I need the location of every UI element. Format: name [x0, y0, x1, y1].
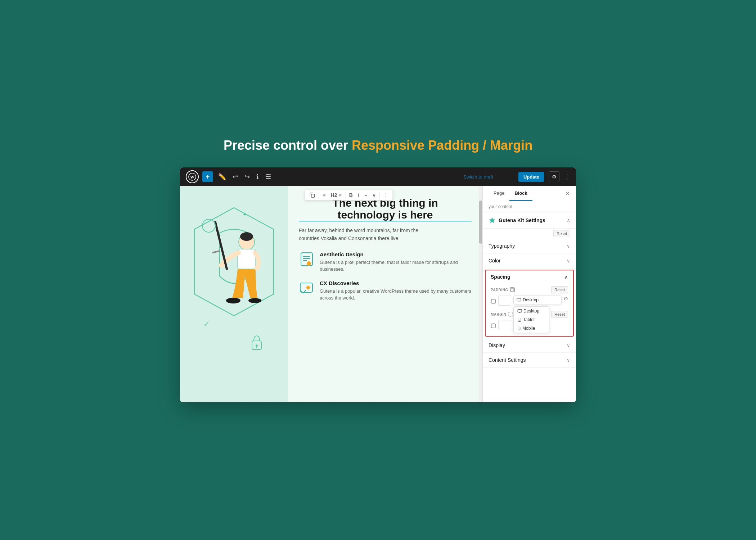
toolbar-divider: [319, 192, 319, 199]
close-sidebar-button[interactable]: ✕: [565, 186, 570, 201]
typography-chevron-icon: ∨: [567, 243, 570, 249]
padding-label: PADDING: [491, 287, 515, 292]
feature2-title: CX Discoveries: [320, 280, 472, 286]
feature2-icon: [299, 280, 315, 296]
svg-point-38: [519, 329, 519, 329]
switch-to-draft-button[interactable]: Switch to draft: [463, 174, 493, 180]
heading-selector[interactable]: H2 ≡: [329, 192, 343, 199]
italic-button[interactable]: I: [356, 192, 361, 199]
add-block-button[interactable]: +: [202, 171, 213, 182]
tablet-option-icon: [517, 318, 522, 322]
spacing-chevron-icon: ∧: [564, 274, 568, 280]
heading-line2: technology is here: [299, 209, 472, 221]
content-settings-chevron-icon: ∨: [567, 357, 570, 363]
canvas-description: Far far away, behind the word mountains,…: [299, 226, 421, 243]
padding-link-icon[interactable]: ⊙: [564, 296, 568, 301]
spacing-content: PADDING Reset ▢: [486, 283, 573, 336]
display-chevron-icon: ∨: [567, 343, 570, 348]
device-option-mobile[interactable]: Mobile: [514, 324, 549, 333]
scrollbar-thumb: [479, 201, 482, 244]
link-button[interactable]: ⌁: [363, 192, 369, 199]
margin-input-field[interactable]: [498, 320, 511, 330]
display-header[interactable]: Display ∨: [483, 338, 576, 352]
illustration-panel: ✦ ✓: [180, 186, 288, 402]
gutena-chevron-icon: ∧: [567, 217, 570, 223]
gutena-reset-button[interactable]: Reset: [553, 230, 570, 237]
undo-icon[interactable]: ↩: [231, 171, 239, 182]
padding-box-glyph: ▢: [491, 297, 496, 304]
tablet-label: Tablet: [523, 317, 535, 322]
block-more-options[interactable]: ⋮: [382, 192, 390, 199]
typography-header[interactable]: Typography ∨: [483, 239, 576, 253]
info-icon[interactable]: ℹ: [255, 171, 260, 182]
svg-rect-32: [518, 309, 522, 312]
align-icon[interactable]: ≡: [321, 192, 327, 199]
content-settings-header[interactable]: Content Settings ∨: [483, 353, 576, 367]
desktop-label: Desktop: [523, 309, 539, 314]
device-dropdown[interactable]: Desktop: [513, 296, 562, 304]
list-icon[interactable]: ☰: [264, 171, 273, 182]
device-option-desktop[interactable]: Desktop: [514, 307, 549, 315]
block-duplicate-button[interactable]: [308, 192, 316, 199]
feature2-desc: Gutena is a popular, creative WordPress …: [320, 288, 472, 302]
more-options-button[interactable]: ⋮: [564, 173, 570, 181]
content-settings-title: Content Settings: [489, 357, 526, 363]
svg-point-11: [226, 298, 240, 303]
svg-rect-28: [511, 288, 514, 291]
sidebar-your-content: your content.: [483, 201, 576, 212]
padding-label-text: PADDING: [491, 288, 508, 292]
margin-box-glyph: ▢: [491, 322, 496, 329]
margin-box-icon: [508, 312, 513, 317]
svg-point-6: [240, 232, 253, 241]
block-toolbar: ≡ H2 ≡ B I ⌁ ∨ ⋮: [305, 190, 393, 201]
canvas-scrollbar[interactable]: [479, 186, 482, 402]
display-title: Display: [489, 342, 505, 348]
typography-section: Typography ∨: [483, 239, 576, 253]
spacing-header[interactable]: Spacing ∧: [486, 270, 573, 283]
bold-button[interactable]: B: [348, 192, 354, 199]
tab-page[interactable]: Page: [489, 186, 509, 201]
svg-rect-39: [508, 312, 513, 316]
feature-item-1: Aesthetic Design Gutena is a pixel perfe…: [299, 251, 472, 273]
canvas-right-content: The next big thing in technology is here…: [288, 186, 482, 402]
content-settings-section: Content Settings ∨: [483, 353, 576, 368]
pencil-icon[interactable]: ✏️: [217, 171, 228, 182]
wp-logo-icon: W: [186, 170, 199, 183]
reset-row: Reset: [483, 229, 576, 239]
canvas-area: ≡ H2 ≡ B I ⌁ ∨ ⋮: [180, 186, 482, 402]
spacing-title: Spacing: [491, 274, 510, 280]
tab-block[interactable]: Block: [509, 186, 532, 201]
preview-button[interactable]: Preview: [498, 174, 514, 180]
sidebar: Page Block ✕ your content. Gutena Kit Se…: [482, 186, 576, 402]
page-main-title: Precise control over Responsive Padding …: [224, 138, 532, 153]
device-option-tablet[interactable]: Tablet: [514, 315, 549, 324]
redo-icon[interactable]: ↪: [243, 171, 251, 182]
padding-input-field[interactable]: [498, 296, 511, 306]
toolbar-divider2: [345, 192, 346, 199]
wp-topbar: W + ✏️ ↩ ↪ ℹ ☰ Switch to draft Preview U…: [180, 167, 576, 186]
feature1-content: Aesthetic Design Gutena is a pixel perfe…: [320, 251, 472, 273]
svg-marker-26: [489, 217, 495, 223]
margin-reset-button[interactable]: Reset: [551, 311, 568, 318]
settings-button[interactable]: ⚙: [549, 171, 559, 182]
device-dropdown-container: Desktop Desktop Tablet: [513, 296, 562, 304]
feature1-icon: [299, 251, 315, 267]
color-title: Color: [489, 258, 500, 264]
device-desktop-label: Desktop: [523, 297, 539, 302]
spacing-section: Spacing ∧ PADDING Reset: [485, 270, 574, 337]
padding-reset-button[interactable]: Reset: [551, 286, 568, 293]
svg-text:✦: ✦: [242, 211, 248, 218]
color-header[interactable]: Color ∨: [483, 253, 576, 268]
update-button[interactable]: Update: [518, 172, 544, 182]
svg-text:W: W: [190, 175, 194, 180]
device-dropdown-list: Desktop Tablet Mobile: [513, 306, 549, 333]
gutena-kit-title: Gutena Kit Settings: [489, 217, 545, 224]
more-rich-text[interactable]: ∨: [371, 192, 377, 199]
mobile-label: Mobile: [522, 326, 535, 331]
toolbar-divider3: [379, 192, 380, 199]
svg-rect-2: [311, 194, 315, 197]
color-chevron-icon: ∨: [567, 258, 570, 264]
title-prefix: Precise control over: [224, 138, 352, 153]
gutena-kit-header: Gutena Kit Settings ∧: [483, 212, 576, 229]
typography-title: Typography: [489, 243, 515, 249]
